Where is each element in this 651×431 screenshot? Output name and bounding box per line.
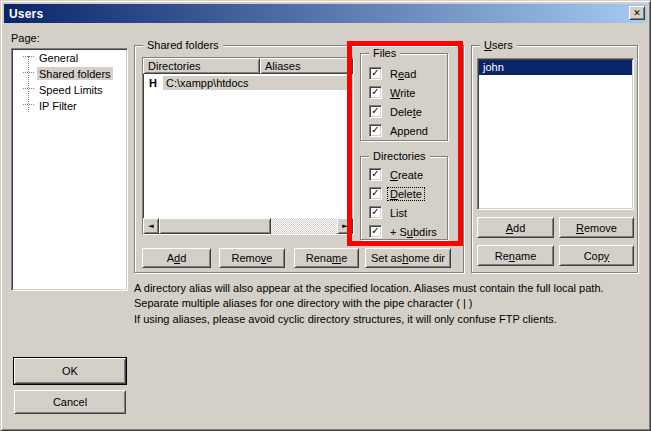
directory-path[interactable]: C:\xampp\htdocs bbox=[163, 76, 352, 90]
tree-item-general[interactable]: General bbox=[12, 49, 127, 65]
scrollbar-track[interactable] bbox=[159, 218, 337, 234]
tree-item-speed-limits[interactable]: Speed Limits bbox=[12, 81, 127, 97]
check-icon: ✓ bbox=[371, 125, 379, 135]
list-checkbox[interactable]: ✓ bbox=[369, 206, 382, 219]
window-title: Users bbox=[4, 7, 43, 21]
append-checkbox-row[interactable]: ✓ Append bbox=[361, 121, 447, 140]
tree-item-label[interactable]: Speed Limits bbox=[37, 83, 105, 96]
cancel-button[interactable]: Cancel bbox=[14, 390, 126, 414]
add-folder-button[interactable]: Add bbox=[142, 248, 211, 268]
file-delete-checkbox[interactable]: ✓ bbox=[369, 105, 382, 118]
scroll-right-button[interactable]: ► bbox=[337, 218, 353, 234]
user-list-item[interactable]: john bbox=[479, 60, 632, 75]
write-checkbox-row[interactable]: ✓ Write bbox=[361, 83, 447, 102]
dir-delete-checkbox-label[interactable]: Delete bbox=[388, 188, 424, 200]
title-bar[interactable]: Users ✕ bbox=[4, 4, 647, 23]
users-dialog: Users ✕ Page: General Shared folders Spe… bbox=[0, 0, 651, 431]
directory-row[interactable]: H C:\xampp\htdocs bbox=[143, 74, 353, 91]
create-checkbox-label[interactable]: Create bbox=[388, 169, 425, 181]
users-group-label: Users bbox=[480, 39, 517, 52]
column-header-directories[interactable]: Directories bbox=[143, 58, 260, 74]
tree-stub bbox=[23, 97, 34, 105]
tree-item-label[interactable]: Shared folders bbox=[37, 67, 113, 80]
append-checkbox-label[interactable]: Append bbox=[388, 125, 430, 137]
column-header-aliases[interactable]: Aliases bbox=[260, 58, 353, 74]
rename-user-button[interactable]: Rename bbox=[477, 245, 554, 266]
subdirs-checkbox[interactable]: ✓ bbox=[369, 225, 382, 238]
list-checkbox-row[interactable]: ✓ List bbox=[361, 203, 447, 222]
alias-note-text: A directory alias will also appear at th… bbox=[134, 281, 642, 311]
check-icon: ✓ bbox=[371, 188, 379, 198]
scrollbar-thumb[interactable] bbox=[159, 218, 271, 234]
file-delete-checkbox-row[interactable]: ✓ Delete bbox=[361, 102, 447, 121]
page-label: Page: bbox=[11, 32, 40, 44]
dir-delete-checkbox-row[interactable]: ✓ Delete bbox=[361, 184, 447, 203]
directories-permissions-group: Directories ✓ Create ✓ Delete ✓ List ✓ +… bbox=[360, 156, 448, 240]
dir-delete-checkbox[interactable]: ✓ bbox=[369, 187, 382, 200]
read-checkbox[interactable]: ✓ bbox=[369, 67, 382, 80]
add-user-button[interactable]: Add bbox=[477, 217, 554, 238]
check-icon: ✓ bbox=[371, 226, 379, 236]
scroll-left-button[interactable]: ◄ bbox=[143, 218, 159, 234]
close-icon: ✕ bbox=[633, 8, 641, 18]
cyclic-note-text: If using aliases, please avoid cyclic di… bbox=[134, 312, 642, 327]
read-checkbox-label[interactable]: Read bbox=[388, 68, 418, 80]
shared-folders-group-label: Shared folders bbox=[143, 39, 223, 52]
tree-stub bbox=[23, 81, 34, 89]
file-delete-checkbox-label[interactable]: Delete bbox=[388, 106, 424, 118]
read-checkbox-row[interactable]: ✓ Read bbox=[361, 64, 447, 83]
page-tree[interactable]: General Shared folders Speed Limits IP F… bbox=[11, 48, 128, 291]
directories-list-header: Directories Aliases bbox=[143, 58, 353, 74]
check-icon: ✓ bbox=[371, 68, 379, 78]
remove-user-button[interactable]: Remove bbox=[559, 217, 634, 238]
horizontal-scrollbar[interactable]: ◄ ► bbox=[143, 218, 353, 234]
check-icon: ✓ bbox=[371, 169, 379, 179]
copy-user-button[interactable]: Copy bbox=[559, 245, 634, 266]
close-button[interactable]: ✕ bbox=[629, 6, 645, 20]
create-checkbox-row[interactable]: ✓ Create bbox=[361, 165, 447, 184]
tree-item-shared-folders[interactable]: Shared folders bbox=[12, 65, 127, 81]
tree-item-ip-filter[interactable]: IP Filter bbox=[12, 97, 127, 113]
set-home-dir-button[interactable]: Set as home dir bbox=[365, 248, 451, 268]
check-icon: ✓ bbox=[371, 87, 379, 97]
tree-item-label[interactable]: IP Filter bbox=[37, 99, 79, 112]
list-checkbox-label[interactable]: List bbox=[388, 207, 409, 219]
files-group-label: Files bbox=[369, 47, 400, 60]
users-list[interactable]: john bbox=[477, 58, 634, 210]
ok-button[interactable]: OK bbox=[14, 358, 126, 384]
list-empty-area bbox=[143, 91, 353, 218]
tree-stub bbox=[23, 65, 34, 73]
files-permissions-group: Files ✓ Read ✓ Write ✓ Delete ✓ Append bbox=[360, 53, 448, 141]
directories-group-label: Directories bbox=[369, 150, 430, 163]
check-icon: ✓ bbox=[371, 106, 379, 116]
users-group: Users john Add Remove Rename Copy bbox=[471, 45, 638, 273]
subdirs-checkbox-label[interactable]: + Subdirs bbox=[388, 226, 439, 238]
create-checkbox[interactable]: ✓ bbox=[369, 168, 382, 181]
write-checkbox[interactable]: ✓ bbox=[369, 86, 382, 99]
subdirs-checkbox-row[interactable]: ✓ + Subdirs bbox=[361, 222, 447, 241]
scroll-right-icon: ► bbox=[342, 222, 347, 230]
home-directory-marker: H bbox=[149, 77, 161, 89]
check-icon: ✓ bbox=[371, 207, 379, 217]
write-checkbox-label[interactable]: Write bbox=[388, 87, 417, 99]
rename-folder-button[interactable]: Rename bbox=[294, 248, 359, 268]
remove-folder-button[interactable]: Remove bbox=[219, 248, 285, 268]
scroll-left-icon: ◄ bbox=[148, 222, 153, 230]
append-checkbox[interactable]: ✓ bbox=[369, 124, 382, 137]
directories-list[interactable]: Directories Aliases H C:\xampp\htdocs ◄ … bbox=[142, 57, 354, 235]
shared-folders-group: Shared folders Directories Aliases H C:\… bbox=[134, 45, 464, 273]
tree-stub bbox=[23, 49, 34, 57]
tree-item-label[interactable]: General bbox=[37, 51, 80, 64]
